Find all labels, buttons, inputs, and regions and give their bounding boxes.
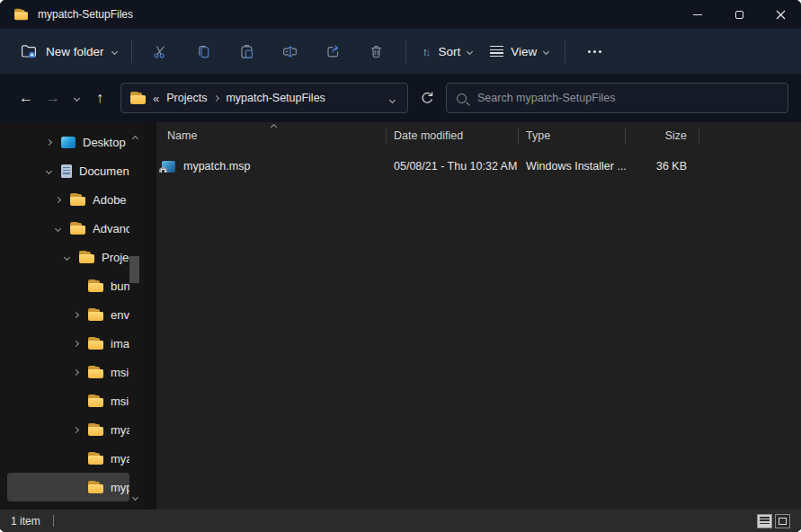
delete-button[interactable] bbox=[355, 35, 398, 67]
scroll-down-icon[interactable] bbox=[133, 483, 138, 508]
sidebar-item-msi-[interactable]: msi- bbox=[7, 386, 129, 415]
sidebar-item-label: envv bbox=[111, 308, 129, 322]
toolbar-divider bbox=[565, 40, 565, 63]
column-header-type[interactable]: Type bbox=[519, 122, 626, 149]
copy-button[interactable] bbox=[182, 35, 226, 67]
chevron-right-icon[interactable] bbox=[72, 368, 78, 375]
delete-icon bbox=[368, 43, 385, 60]
sidebar-item-label: Advanc bbox=[93, 222, 129, 235]
sidebar-item-advanc[interactable]: Advanc bbox=[7, 214, 129, 243]
new-folder-button[interactable]: New folder bbox=[13, 37, 124, 66]
documents-icon bbox=[61, 164, 72, 178]
sidebar-scrollbar[interactable] bbox=[129, 124, 142, 508]
recent-locations-button[interactable] bbox=[67, 84, 86, 111]
maximize-button[interactable] bbox=[718, 0, 760, 29]
refresh-button[interactable] bbox=[408, 84, 446, 111]
chevron-right-icon[interactable] bbox=[54, 196, 60, 202]
folder-icon bbox=[79, 251, 94, 263]
address-bar[interactable]: « Projects mypatch-SetupFiles bbox=[120, 83, 408, 113]
file-explorer-window: mypatch-SetupFiles New folder bbox=[0, 0, 801, 532]
search-icon bbox=[457, 93, 467, 103]
sidebar-item-label: imag bbox=[111, 337, 129, 350]
chevron-down-icon[interactable] bbox=[54, 225, 60, 231]
sort-ascending-icon bbox=[271, 124, 277, 130]
new-folder-label: New folder bbox=[46, 45, 104, 58]
rename-icon bbox=[281, 43, 298, 60]
windows-installer-icon bbox=[162, 161, 175, 173]
chevron-down-icon bbox=[111, 48, 117, 54]
sidebar-item-label: Desktop bbox=[83, 136, 126, 149]
paste-button[interactable] bbox=[226, 35, 269, 67]
sidebar-item-label: myp bbox=[111, 481, 129, 494]
folder-icon bbox=[88, 452, 103, 465]
sidebar-item-envv[interactable]: envv bbox=[7, 300, 129, 329]
sidebar-item-mya[interactable]: mya bbox=[7, 444, 129, 473]
folder-icon bbox=[88, 423, 103, 436]
folder-icon bbox=[88, 308, 103, 321]
close-button[interactable] bbox=[760, 0, 801, 29]
column-header-label: Name bbox=[167, 129, 197, 142]
rename-button[interactable] bbox=[269, 35, 312, 67]
sidebar-item-label: mya bbox=[111, 452, 129, 466]
sidebar-item-desktop[interactable]: Desktop bbox=[7, 128, 129, 156]
search-box[interactable] bbox=[446, 83, 788, 113]
chevron-right-icon[interactable] bbox=[72, 311, 78, 317]
file-date-modified: 05/08/21 - Thu 10:32 AM bbox=[387, 160, 519, 173]
breadcrumb-projects[interactable]: Projects bbox=[166, 92, 207, 104]
file-name: mypatch.msp bbox=[183, 160, 250, 173]
maximize-icon bbox=[735, 11, 743, 19]
scroll-up-icon[interactable] bbox=[133, 124, 138, 149]
sidebar-item-partial[interactable] bbox=[7, 501, 129, 510]
details-view-icon bbox=[760, 517, 770, 526]
column-header-name[interactable]: Name bbox=[156, 122, 387, 149]
chevron-right-icon bbox=[213, 94, 219, 101]
view-button[interactable]: View bbox=[481, 40, 557, 64]
details-view-button[interactable] bbox=[757, 514, 772, 528]
scrollbar-thumb[interactable] bbox=[129, 256, 139, 283]
share-button[interactable] bbox=[312, 35, 355, 67]
chevron-down-icon[interactable] bbox=[45, 167, 51, 173]
sidebar-item-label: msi- bbox=[111, 366, 129, 379]
view-label: View bbox=[511, 45, 537, 58]
desktop-icon bbox=[61, 137, 76, 148]
sidebar-item-myp[interactable]: myp bbox=[7, 473, 129, 501]
folder-icon bbox=[14, 9, 28, 20]
chevron-right-icon[interactable] bbox=[72, 426, 78, 432]
sidebar: DesktopDocumenAdobeAdvancProjecbundenvvi… bbox=[0, 122, 144, 510]
search-input[interactable] bbox=[476, 91, 778, 105]
forward-button[interactable]: → bbox=[40, 84, 67, 111]
chevron-down-icon bbox=[389, 97, 396, 103]
sort-button[interactable]: ↑↓ Sort bbox=[414, 40, 482, 64]
sidebar-item-msi-[interactable]: msi- bbox=[7, 358, 129, 386]
minimize-button[interactable] bbox=[677, 0, 718, 29]
sidebar-item-adobe[interactable]: Adobe bbox=[7, 185, 129, 214]
file-row[interactable]: mypatch.msp05/08/21 - Thu 10:32 AMWindow… bbox=[156, 155, 801, 178]
sidebar-item-bund[interactable]: bund bbox=[7, 271, 129, 300]
sort-icon: ↑↓ bbox=[423, 45, 432, 58]
breadcrumb-overflow[interactable]: « bbox=[153, 92, 159, 105]
sidebar-item-label: Projec bbox=[102, 251, 129, 264]
chevron-right-icon[interactable] bbox=[45, 138, 51, 145]
large-icons-view-button[interactable] bbox=[775, 514, 790, 528]
close-icon bbox=[776, 10, 786, 20]
cut-icon bbox=[152, 43, 169, 60]
folder-icon bbox=[70, 222, 85, 235]
chevron-down-icon[interactable] bbox=[63, 253, 69, 260]
chevron-right-icon[interactable] bbox=[72, 340, 78, 346]
cut-button[interactable] bbox=[139, 35, 182, 67]
window-title: mypatch-SetupFiles bbox=[38, 8, 133, 21]
see-more-button[interactable] bbox=[573, 35, 616, 67]
file-size: 36 KB bbox=[626, 160, 699, 173]
address-dropdown-button[interactable] bbox=[387, 86, 398, 110]
column-header-size[interactable]: Size bbox=[626, 122, 699, 149]
column-header-date-modified[interactable]: Date modified bbox=[387, 122, 519, 149]
folder-tree: DesktopDocumenAdobeAdvancProjecbundenvvi… bbox=[0, 128, 144, 510]
sidebar-item-documen[interactable]: Documen bbox=[7, 156, 129, 185]
up-button[interactable]: ↑ bbox=[86, 84, 113, 111]
breadcrumb-current-folder[interactable]: mypatch-SetupFiles bbox=[226, 92, 325, 104]
sidebar-item-imag[interactable]: imag bbox=[7, 329, 129, 358]
sidebar-item-mya[interactable]: mya bbox=[7, 415, 129, 444]
back-button[interactable]: ← bbox=[13, 84, 40, 111]
sidebar-item-projec[interactable]: Projec bbox=[7, 243, 129, 271]
title-bar: mypatch-SetupFiles bbox=[0, 0, 801, 29]
